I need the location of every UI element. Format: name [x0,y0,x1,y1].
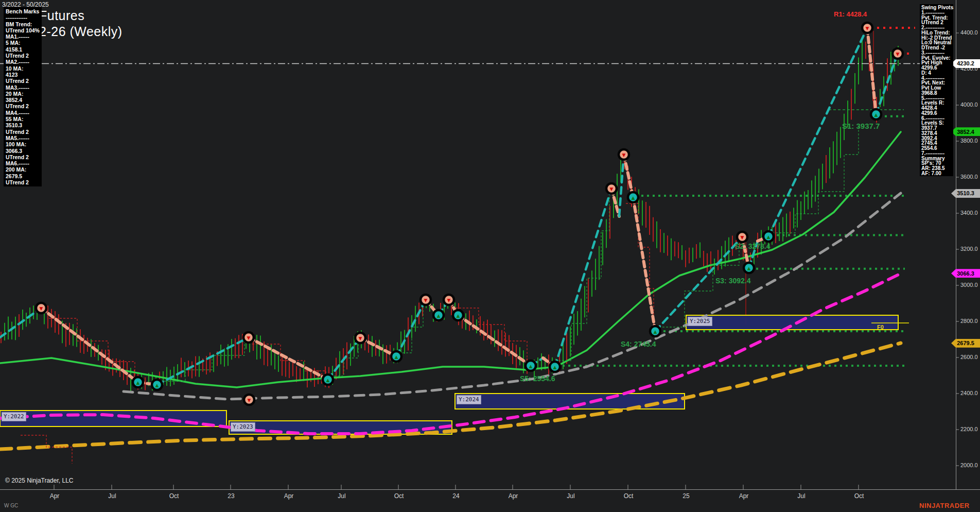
instrument-tag: W GC [4,503,18,508]
year-range-chip-2023[interactable]: Y:2023 [231,422,255,432]
swing-pivots-line: AF: 7.00 [921,171,953,176]
benchmarks-line: UTrend 104% [6,27,42,33]
svg-text:▲: ▲ [395,354,398,360]
ninjatrader-logo: NINJATRADER [919,502,970,509]
time-tick-label: 23 [223,492,239,500]
svg-text:▲: ▲ [155,383,159,388]
time-tick-label: Apr [47,492,62,500]
time-tick-label: Oct [166,492,182,500]
svg-text:▲: ▲ [747,266,751,271]
time-tick-label: Apr [281,492,296,500]
benchmarks-line: UTrend 2 [6,129,42,135]
svg-text:▲: ▲ [136,380,140,385]
level-annotation-s5: S5: 2554.6 [520,374,555,383]
ninjatrader-chart-window: ▼▲▲▼▼▲▼▲▼▲▼▲▲▲▼▼▲▲▼▲▲▼▲▼ 3/2022 - 50/202… [0,0,980,512]
benchmarks-line: MA2.------ [6,59,42,65]
benchmarks-line: MA1.------ [6,33,42,40]
price-tick-label: 4000.0 [960,101,978,108]
chart-title-line1: Futures [39,8,84,23]
forecast-tag-f0: F0 [877,324,884,330]
price-tick-label: 3200.0 [960,246,978,252]
svg-text:▲: ▲ [326,378,330,383]
year-range-chip-2025[interactable]: Y:2025 [688,317,712,326]
benchmarks-line: 3510.3 [6,122,42,128]
chart-canvas[interactable]: ▼▲▲▼▼▲▼▲▼▲▼▲▲▲▼▼▲▲▼▲▲▼▲▼ [0,0,980,512]
svg-text:▼: ▼ [424,298,428,303]
benchmarks-line: ------------ [6,14,42,21]
chart-title-line2: 2-26 (Weekly) [39,24,122,39]
svg-text:▼: ▼ [447,298,451,303]
time-tick-label: Jul [334,492,349,500]
benchmarks-panel: Bench Marks------------BM Trend:UTrend 1… [4,7,42,186]
benchmarks-line: MA6.------ [6,160,42,166]
svg-text:▲: ▲ [654,329,657,334]
time-tick-label: Oct [391,492,407,500]
svg-text:▲: ▲ [874,112,878,117]
benchmarks-line: MA5.------ [6,135,42,141]
level-annotation-r1: R1: 4428.4 [834,10,867,18]
benchmarks-line: 2679.5 [6,173,42,179]
swing-pivots-panel: Swing Pivots1.-----------Pvt. Trend:UTre… [920,4,953,176]
benchmarks-line: 3066.3 [6,148,42,154]
benchmarks-line: UTrend 2 [6,179,42,185]
time-tick-label: Jul [563,492,579,500]
svg-text:▲: ▲ [632,195,635,200]
svg-text:▼: ▼ [40,306,43,311]
svg-text:▼: ▼ [248,398,251,403]
benchmarks-line: 20 MA: [6,91,42,97]
svg-text:▲: ▲ [457,313,460,318]
benchmarks-line: 55 MA: [6,116,42,122]
svg-text:▼: ▼ [741,235,744,240]
benchmarks-line: 5 MA: [6,40,42,46]
time-tick-label: Apr [505,492,521,500]
level-annotation-s2: S2: 3278.4 [735,242,771,250]
level-annotation-s1: S1: 3937.7 [842,122,880,130]
year-range-chip-2024[interactable]: Y:2024 [457,395,481,404]
time-tick-label: 25 [678,492,694,500]
svg-text:▲: ▲ [553,365,557,370]
benchmarks-line: UTrend 2 [6,78,42,84]
price-tick-label: 2200.0 [960,426,978,432]
price-tick-label: 2600.0 [960,354,978,360]
price-marker-2679.5: 2679.5 [951,339,980,348]
svg-text:▼: ▼ [866,26,869,31]
svg-text:▼: ▼ [247,335,251,340]
svg-text:▲: ▲ [437,313,441,318]
time-tick-label: Oct [851,492,867,500]
svg-text:▼: ▼ [359,336,362,341]
price-tick-label: 2000.0 [960,462,978,468]
benchmarks-line: 3852.4 [6,97,42,103]
price-tick-label: 3600.0 [960,174,978,180]
benchmarks-line: 200 MA: [6,166,42,173]
year-range-chip-2022[interactable]: Y:2022 [2,412,26,421]
time-tick-label: Jul [794,492,809,500]
price-tick-label: 2800.0 [960,318,978,324]
price-tick-label: 4400.0 [960,29,978,36]
time-tick-label: 24 [448,492,464,500]
benchmarks-line: 10 MA: [6,65,42,72]
time-tick-label: Jul [104,492,120,500]
price-marker-4230.2: 4230.2 [951,59,980,68]
benchmarks-line: UTrend 2 [6,154,42,160]
price-tick-label: 3400.0 [960,210,978,216]
svg-text:▼: ▼ [622,152,626,158]
level-annotation-s3: S3: 3092.4 [715,277,751,285]
time-tick-label: Oct [621,492,636,500]
benchmarks-line: 4123 [6,72,42,78]
benchmarks-line: Bench Marks [6,8,42,14]
time-tick-label: Apr [736,492,751,500]
benchmarks-line: 100 MA: [6,141,42,147]
svg-text:▼: ▼ [896,52,900,57]
svg-text:▲: ▲ [529,364,533,369]
benchmarks-line: BM Trend: [6,21,42,27]
benchmarks-line: UTrend 2 [6,53,42,59]
price-tick-label: 2400.0 [960,390,978,396]
benchmarks-line: MA4.------ [6,110,42,116]
price-axis[interactable] [956,0,956,489]
price-tick-label: 3000.0 [960,282,978,288]
price-tick-label: 3800.0 [960,138,978,144]
benchmarks-line: 4158.1 [6,46,42,53]
time-axis[interactable] [0,489,980,490]
copyright-text: © 2025 NinjaTrader, LLC [5,477,73,484]
level-annotation-s4: S4: 2745.4 [621,340,656,348]
